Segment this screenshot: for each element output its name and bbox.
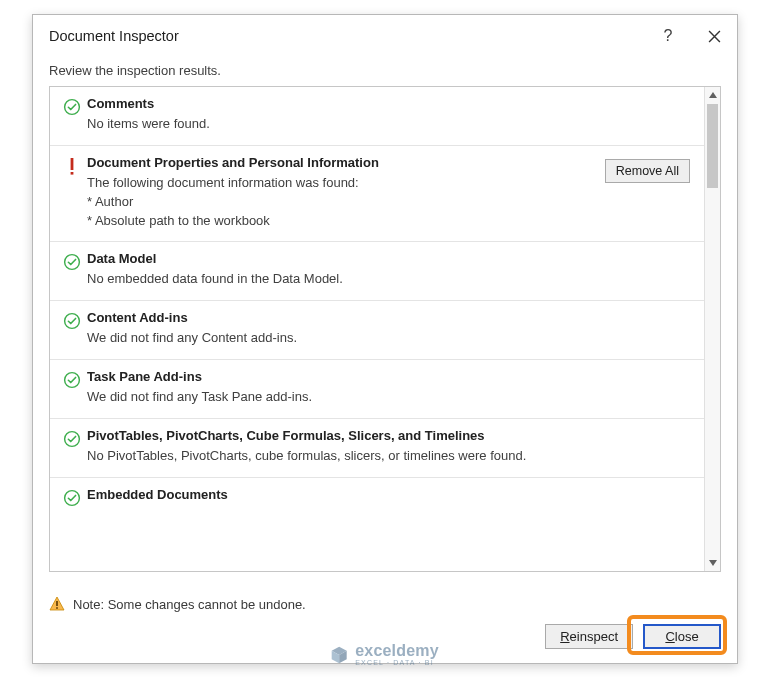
remove-all-button[interactable]: Remove All xyxy=(605,159,690,183)
dialog-title: Document Inspector xyxy=(49,28,645,44)
result-title: PivotTables, PivotCharts, Cube Formulas,… xyxy=(87,428,694,443)
scroll-down-icon[interactable] xyxy=(705,555,721,571)
result-item-taskpane-addins: Task Pane Add-ins We did not find any Ta… xyxy=(50,360,704,419)
result-item-embedded-docs: Embedded Documents xyxy=(50,478,704,518)
warning-triangle-icon xyxy=(49,596,65,612)
result-item-content-addins: Content Add-ins We did not find any Cont… xyxy=(50,301,704,360)
check-circle-icon xyxy=(63,312,81,330)
document-inspector-dialog: Document Inspector ? Review the inspecti… xyxy=(32,14,738,664)
scroll-up-icon[interactable] xyxy=(705,87,721,103)
result-desc: No PivotTables, PivotCharts, cube formul… xyxy=(87,447,694,466)
result-desc: We did not find any Content add-ins. xyxy=(87,329,694,348)
result-desc: No embedded data found in the Data Model… xyxy=(87,270,694,289)
result-item-doc-properties: Document Properties and Personal Informa… xyxy=(50,146,704,243)
result-desc: No items were found. xyxy=(87,115,694,134)
titlebar: Document Inspector ? xyxy=(33,15,737,57)
svg-point-5 xyxy=(65,373,80,388)
check-circle-icon xyxy=(63,489,81,507)
result-desc: We did not find any Task Pane add-ins. xyxy=(87,388,694,407)
close-button[interactable]: Close xyxy=(643,624,721,649)
results-list: Comments No items were found. Document P… xyxy=(50,87,704,571)
check-circle-icon xyxy=(63,430,81,448)
result-item-pivot: PivotTables, PivotCharts, Cube Formulas,… xyxy=(50,419,704,478)
svg-point-4 xyxy=(65,314,80,329)
warning-mark-icon xyxy=(69,157,75,175)
close-icon xyxy=(708,30,721,43)
check-circle-icon xyxy=(63,98,81,116)
svg-point-7 xyxy=(65,490,80,505)
svg-rect-9 xyxy=(56,607,58,609)
svg-rect-2 xyxy=(71,172,74,175)
close-label-rest: lose xyxy=(675,629,699,644)
result-item-data-model: Data Model No embedded data found in the… xyxy=(50,242,704,301)
dialog-footer: Note: Some changes cannot be undone. Rei… xyxy=(33,586,737,663)
svg-rect-8 xyxy=(56,601,58,606)
check-circle-icon xyxy=(63,371,81,389)
result-title: Document Properties and Personal Informa… xyxy=(87,155,605,170)
help-icon: ? xyxy=(664,27,673,45)
subheader-text: Review the inspection results. xyxy=(33,57,737,86)
reinspect-button[interactable]: Reinspect xyxy=(545,624,633,649)
vertical-scrollbar[interactable] xyxy=(704,87,720,571)
scroll-thumb[interactable] xyxy=(707,104,718,188)
result-title: Comments xyxy=(87,96,694,111)
result-title: Embedded Documents xyxy=(87,487,694,502)
result-item-comments: Comments No items were found. xyxy=(50,87,704,146)
svg-rect-1 xyxy=(71,158,74,170)
result-title: Task Pane Add-ins xyxy=(87,369,694,384)
reinspect-label-rest: einspect xyxy=(570,629,618,644)
svg-point-0 xyxy=(65,100,80,115)
footer-note: Note: Some changes cannot be undone. xyxy=(73,597,306,612)
results-panel: Comments No items were found. Document P… xyxy=(49,86,721,572)
window-close-button[interactable] xyxy=(691,15,737,57)
svg-point-3 xyxy=(65,255,80,270)
help-button[interactable]: ? xyxy=(645,15,691,57)
result-title: Content Add-ins xyxy=(87,310,694,325)
result-desc: The following document information was f… xyxy=(87,174,605,231)
svg-point-6 xyxy=(65,432,80,447)
result-title: Data Model xyxy=(87,251,694,266)
check-circle-icon xyxy=(63,253,81,271)
